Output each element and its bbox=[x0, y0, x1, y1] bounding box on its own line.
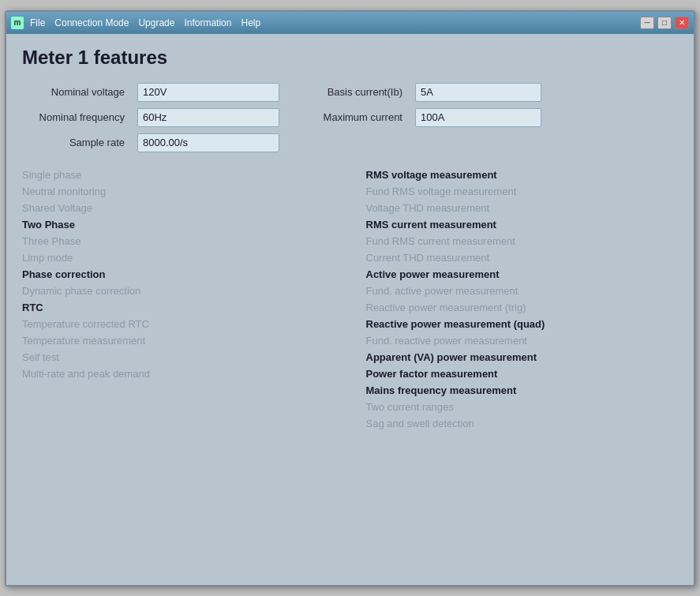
close-button[interactable]: ✕ bbox=[675, 17, 689, 29]
feature-right-item: Sag and swell detection bbox=[366, 415, 679, 432]
basis-current-label: Basis current(Ib) bbox=[292, 86, 402, 98]
menu-help[interactable]: Help bbox=[241, 17, 260, 28]
nominal-voltage-input[interactable] bbox=[137, 83, 279, 102]
feature-right-item: Reactive power measurement (trig) bbox=[366, 299, 679, 316]
feature-left-item: Dynamic phase correction bbox=[22, 283, 335, 299]
feature-right-item: Apparent (VA) power measurement bbox=[366, 349, 679, 365]
features-right-column: RMS voltage measurementFund RMS voltage … bbox=[350, 167, 679, 432]
basis-current-input[interactable] bbox=[415, 83, 541, 102]
menu-upgrade[interactable]: Upgrade bbox=[138, 17, 174, 28]
form-row-voltage-current: Nominal voltage Basis current(Ib) bbox=[22, 83, 678, 102]
feature-right-item: Current THD measurement bbox=[366, 249, 679, 266]
sample-rate-label: Sample rate bbox=[22, 137, 125, 148]
feature-right-item: Fund RMS voltage measurement bbox=[366, 183, 679, 200]
maximum-current-label: Maximum current bbox=[292, 111, 402, 123]
feature-right-item: Fund RMS current measurement bbox=[366, 233, 679, 249]
minimize-button[interactable]: ─ bbox=[640, 17, 654, 29]
maximize-button[interactable]: □ bbox=[657, 17, 672, 29]
page-title: Meter 1 features bbox=[22, 47, 678, 69]
content-area: Meter 1 features Nominal voltage Basis c… bbox=[6, 34, 694, 585]
feature-right-item: Fund. reactive power measurement bbox=[366, 332, 679, 349]
main-window: m File Connection Mode Upgrade Informati… bbox=[5, 10, 695, 587]
menu-file[interactable]: File bbox=[30, 17, 45, 28]
feature-right-item: RMS voltage measurement bbox=[366, 167, 679, 183]
feature-right-item: RMS current measurement bbox=[366, 216, 679, 233]
features-grid: Single phaseNeutral monitoringShared Vol… bbox=[22, 167, 678, 432]
maximum-current-input[interactable] bbox=[415, 108, 541, 127]
title-bar-left: m File Connection Mode Upgrade Informati… bbox=[11, 17, 260, 29]
feature-right-item: Two current ranges bbox=[366, 399, 679, 415]
feature-left-item: Self test bbox=[22, 349, 335, 365]
feature-left-item: Neutral monitoring bbox=[22, 183, 335, 200]
feature-left-item: Phase correction bbox=[22, 266, 335, 283]
feature-right-item: Power factor measurement bbox=[366, 365, 679, 382]
feature-right-item: Reactive power measurement (quad) bbox=[366, 316, 679, 332]
nominal-frequency-label: Nominal frequency bbox=[22, 111, 125, 123]
features-left-column: Single phaseNeutral monitoringShared Vol… bbox=[22, 167, 350, 432]
menu-connection[interactable]: Connection Mode bbox=[54, 17, 129, 28]
app-icon: m bbox=[11, 17, 24, 29]
feature-left-item: Single phase bbox=[22, 167, 335, 183]
feature-left-item: Two Phase bbox=[22, 216, 335, 233]
menu-bar: File Connection Mode Upgrade Information… bbox=[30, 17, 260, 28]
feature-left-item: Limp mode bbox=[22, 249, 335, 266]
feature-left-item: RTC bbox=[22, 299, 335, 316]
feature-right-item: Active power measurement bbox=[366, 266, 679, 283]
title-bar: m File Connection Mode Upgrade Informati… bbox=[6, 12, 694, 34]
feature-right-item: Fund. active power measurement bbox=[366, 283, 679, 299]
nominal-voltage-label: Nominal voltage bbox=[22, 86, 125, 98]
nominal-frequency-input[interactable] bbox=[137, 108, 279, 127]
feature-right-item: Voltage THD measurement bbox=[366, 200, 679, 216]
feature-left-item: Three Phase bbox=[22, 233, 335, 249]
feature-left-item: Temperature measurement bbox=[22, 332, 335, 349]
form-row-samplerate: Sample rate bbox=[22, 133, 678, 152]
form-row-freq-maxcurrent: Nominal frequency Maximum current bbox=[22, 108, 678, 127]
feature-right-item: Mains frequency measurement bbox=[366, 382, 679, 399]
feature-left-item: Multi-rate and peak demand bbox=[22, 365, 335, 382]
feature-left-item: Temperature corrected RTC bbox=[22, 316, 335, 332]
menu-information[interactable]: Information bbox=[184, 17, 231, 28]
window-controls: ─ □ ✕ bbox=[640, 17, 689, 29]
sample-rate-input[interactable] bbox=[137, 133, 279, 152]
feature-left-item: Shared Voltage bbox=[22, 200, 335, 216]
form-section: Nominal voltage Basis current(Ib) Nomina… bbox=[22, 83, 678, 152]
